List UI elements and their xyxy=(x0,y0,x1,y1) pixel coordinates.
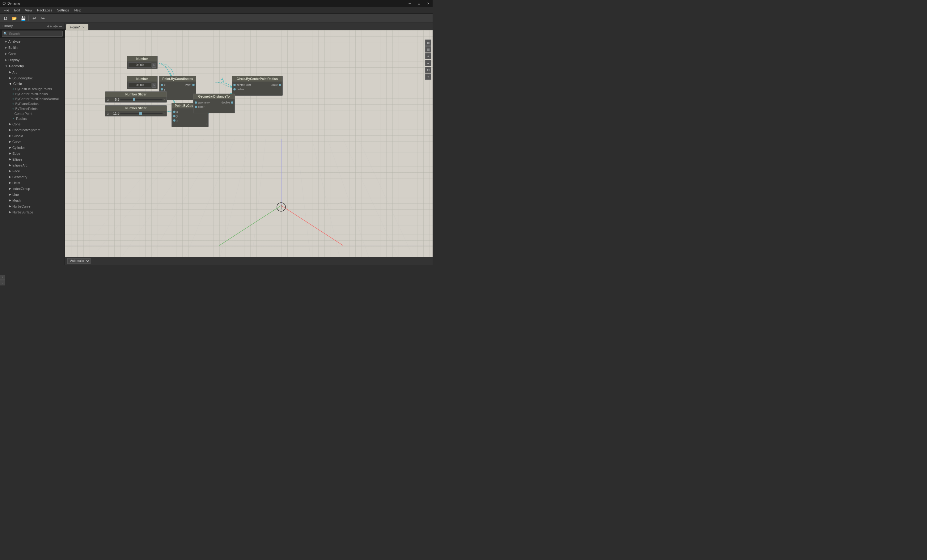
sidebar-item-geometry[interactable]: ▶ Geometry xyxy=(0,174,65,180)
arrow-icon: ▶ xyxy=(9,210,11,214)
svg-line-16 xyxy=(250,139,266,265)
sidebar-item-coordinatesystem[interactable]: ▶ CoordinateSystem xyxy=(0,127,65,133)
library-item-radius[interactable]: ✓ Radius xyxy=(0,116,65,121)
category-label: Display xyxy=(8,58,20,62)
slider1-track[interactable] xyxy=(120,99,163,100)
sidebar-item-analyze[interactable]: ▶ Analyze xyxy=(0,38,65,44)
sidebar-item-ellipsearc[interactable]: ▶ EllipseArc xyxy=(0,162,65,168)
sidebar-item-boundingbox[interactable]: ▶ BoundingBox xyxy=(0,75,65,81)
arrow-icon: ▶ xyxy=(9,76,11,80)
sidebar-item-edge[interactable]: ▶ Edge xyxy=(0,150,65,156)
sidebar-item-curve[interactable]: ▶ Curve xyxy=(0,139,65,144)
execution-mode-select[interactable]: Automatic Manual xyxy=(67,258,91,264)
geodist-label-other: other xyxy=(198,105,205,108)
slider2-thumb[interactable] xyxy=(139,112,142,115)
port-dot-out xyxy=(192,84,195,86)
perspective-grid xyxy=(65,139,433,265)
node-info-2: i xyxy=(172,123,208,125)
port-row-centerpoint: centerPoint Circle xyxy=(232,83,283,87)
sidebar-item-cylinder[interactable]: ▶ Cylinder xyxy=(0,144,65,150)
sidebar-item-line[interactable]: ▶ Line xyxy=(0,191,65,197)
menu-packages[interactable]: Packages xyxy=(35,8,55,13)
search-input[interactable] xyxy=(2,30,63,37)
svg-line-14 xyxy=(179,139,235,265)
menu-settings[interactable]: Settings xyxy=(55,8,72,13)
subcategory-label: NurbsCurve xyxy=(12,205,30,208)
library-item-byplaneradius[interactable]: ○ ByPlaneRadius xyxy=(0,101,65,106)
library-item-centerpoint[interactable]: · CenterPoint xyxy=(0,111,65,116)
arrow-icon: ▶ xyxy=(9,151,11,155)
number2-value[interactable]: 0.000 xyxy=(128,82,151,88)
library-item-bybestfitthroughpoints[interactable]: ○ ByBestFitThroughPoints xyxy=(0,87,65,91)
save-button[interactable]: 💾 xyxy=(19,15,27,22)
slider1-arrow[interactable]: > xyxy=(163,98,165,101)
canvas-toolbar-right: ⊞ ◫ + – ⊡ + xyxy=(425,39,432,80)
zoom-out-button[interactable]: – xyxy=(425,60,432,66)
menu-edit[interactable]: Edit xyxy=(12,8,23,13)
minimize-button[interactable]: ─ xyxy=(406,0,414,7)
view-3d-button[interactable]: ⊞ xyxy=(425,39,432,46)
circle-body: centerPoint Circle radius i xyxy=(232,82,283,96)
menu-help[interactable]: Help xyxy=(72,8,84,13)
svg-line-30 xyxy=(219,206,281,246)
number2-arrow[interactable]: > xyxy=(152,83,156,88)
sidebar-item-builtin[interactable]: ▶ Builtin xyxy=(0,44,65,51)
slider1-row: ⊙ 5.6 > xyxy=(105,97,167,102)
sidebar-item-circle[interactable]: ▼ Circle xyxy=(0,81,65,87)
sidebar-item-cone[interactable]: ▶ Cone xyxy=(0,121,65,127)
slider2-track[interactable] xyxy=(120,113,163,114)
close-button[interactable]: ✕ xyxy=(424,0,433,7)
port2-row-y: y xyxy=(172,114,208,118)
library-item-bycenterpointradiusnormal[interactable]: ○ ByCenterPointRadiusNormal xyxy=(0,96,65,101)
sidebar-item-cuboid[interactable]: ▶ Cuboid xyxy=(0,133,65,139)
sidebar-item-mesh[interactable]: ▶ Mesh xyxy=(0,197,65,203)
slider1-thumb[interactable] xyxy=(133,98,135,101)
maximize-button[interactable]: □ xyxy=(415,0,423,7)
port-label-x: x xyxy=(164,83,166,87)
tab-bar: Home* ✕ xyxy=(65,23,433,30)
number1-arrow[interactable]: > xyxy=(152,63,156,68)
sidebar-item-face[interactable]: ▶ Face xyxy=(0,168,65,174)
slider2-arrow[interactable]: > xyxy=(163,112,165,115)
sidebar-item-core[interactable]: ▶ Core xyxy=(0,51,65,57)
sidebar-item-indexgroup[interactable]: ▶ IndexGroup xyxy=(0,186,65,191)
arrow-icon: ▶ xyxy=(9,140,11,144)
sidebar-item-arc[interactable]: ▶ Arc xyxy=(0,69,65,75)
sidebar-item-ellipse[interactable]: ▶ Ellipse xyxy=(0,156,65,162)
add-node-button[interactable]: + xyxy=(425,73,432,80)
sidebar: Library ◀ ▶ ◀▶ ▬ 🔍 ▶ Analyze ▶ Builtin ▶… xyxy=(0,23,65,265)
number1-value[interactable]: 0.000 xyxy=(128,62,151,68)
number-slider-1: Number Slider ⊙ 5.6 > xyxy=(105,91,167,103)
number2-header: Number xyxy=(127,76,157,82)
zoom-in-button[interactable]: + xyxy=(425,53,432,59)
new-button[interactable]: 🗋 xyxy=(2,15,9,22)
node-canvas[interactable]: 1 2 4 3 xyxy=(65,30,433,265)
library-item-bythreepoints[interactable]: ○ ByThreePoints xyxy=(0,106,65,111)
tab-home[interactable]: Home* ✕ xyxy=(66,24,88,30)
port-dot-centerpoint xyxy=(233,84,236,86)
port-right-circle: Circle xyxy=(271,83,283,87)
background-button[interactable]: ◫ xyxy=(425,46,432,53)
library-item-bycenterpointradius[interactable]: ○ ByCenterPointRadius xyxy=(0,91,65,96)
sidebar-item-helix[interactable]: ▶ Helix xyxy=(0,180,65,186)
sidebar-item-nurbssurface[interactable]: ▶ NurbsSurface xyxy=(0,209,65,215)
port-output-label-circle: Circle xyxy=(271,83,278,87)
fit-button[interactable]: ⊡ xyxy=(425,67,432,73)
sidebar-item-display[interactable]: ▶ Display xyxy=(0,57,65,63)
menu-view[interactable]: View xyxy=(23,8,35,13)
open-button[interactable]: 📂 xyxy=(11,15,18,22)
category-label: Core xyxy=(8,52,16,56)
tab-close-icon[interactable]: ✕ xyxy=(82,26,85,29)
slider2-expand[interactable]: ⊙ xyxy=(106,112,109,115)
sidebar-item-geometry[interactable]: ▼ Geometry xyxy=(0,63,65,69)
menu-file[interactable]: File xyxy=(1,8,12,13)
port2-dot-x xyxy=(173,111,176,113)
sidebar-controls: ◀ ▶ ◀▶ ▬ xyxy=(47,24,62,28)
sidebar-item-nurbscurve[interactable]: ▶ NurbsCurve xyxy=(0,203,65,209)
svg-point-31 xyxy=(277,203,286,211)
undo-button[interactable]: ↩ xyxy=(30,15,38,22)
slider1-expand[interactable]: ⊙ xyxy=(106,98,109,101)
redo-button[interactable]: ↪ xyxy=(39,15,47,22)
category-label: Analyze xyxy=(8,39,20,43)
arrow-icon: ▶ xyxy=(9,169,11,173)
